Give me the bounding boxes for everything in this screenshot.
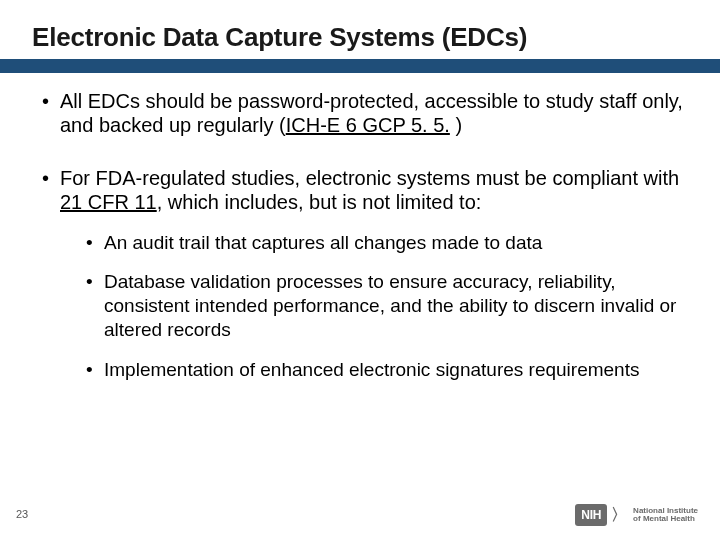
bullet-text-pre: For FDA-regulated studies, electronic sy… (60, 167, 679, 189)
reference-link[interactable]: 21 CFR 11 (60, 191, 157, 213)
sub-bullet-item: An audit trail that captures all changes… (60, 231, 688, 255)
chevron-right-icon: 〉 (611, 505, 627, 526)
nih-logo-text: National Institute of Mental Health (633, 507, 698, 524)
bullet-list: All EDCs should be password-protected, a… (38, 89, 688, 381)
title-underline-bar (0, 59, 720, 73)
slide-container: Electronic Data Capture Systems (EDCs) A… (0, 0, 720, 540)
slide-title: Electronic Data Capture Systems (EDCs) (30, 18, 690, 59)
nih-logo-abbr: NIH (575, 504, 607, 526)
sub-bullet-list: An audit trail that captures all changes… (60, 231, 688, 382)
page-number: 23 (16, 508, 28, 520)
slide-content: All EDCs should be password-protected, a… (30, 85, 690, 381)
nih-logo-line2: of Mental Health (633, 515, 698, 523)
nih-logo: NIH 〉 National Institute of Mental Healt… (575, 504, 698, 526)
bullet-item: All EDCs should be password-protected, a… (38, 89, 688, 138)
reference-link[interactable]: ICH-E 6 GCP 5. 5. (286, 114, 450, 136)
bullet-item: For FDA-regulated studies, electronic sy… (38, 166, 688, 382)
bullet-text-post: ) (450, 114, 462, 136)
sub-bullet-item: Database validation processes to ensure … (60, 270, 688, 341)
sub-bullet-item: Implementation of enhanced electronic si… (60, 358, 688, 382)
bullet-text-post: , which includes, but is not limited to: (157, 191, 482, 213)
